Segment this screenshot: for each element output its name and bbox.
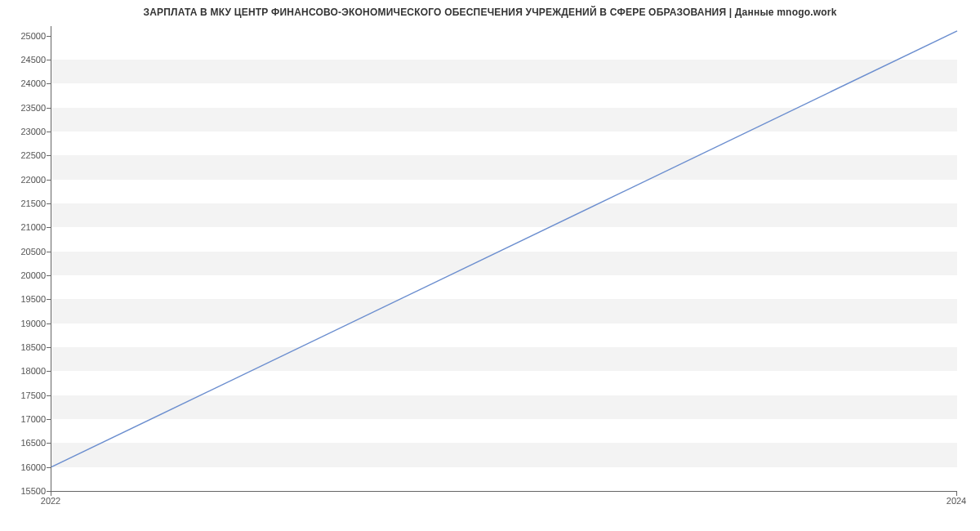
y-tick-label: 20000 — [5, 270, 46, 280]
y-tick-mark — [47, 180, 51, 181]
y-tick-label: 24000 — [5, 78, 46, 88]
y-tick-label: 19500 — [5, 294, 46, 304]
y-tick-mark — [47, 155, 51, 156]
x-tick-mark — [956, 492, 957, 496]
line-series — [51, 26, 957, 491]
x-tick-label: 2024 — [947, 496, 966, 506]
y-tick-label: 19000 — [5, 319, 46, 328]
y-tick-mark — [47, 108, 51, 109]
y-tick-mark — [47, 371, 51, 372]
y-tick-label: 18000 — [5, 366, 46, 376]
series-line — [51, 31, 957, 467]
y-tick-mark — [47, 324, 51, 324]
chart-container: ЗАРПЛАТА В МКУ ЦЕНТР ФИНАНСОВО-ЭКОНОМИЧЕ… — [0, 0, 980, 531]
x-tick-mark — [51, 492, 51, 496]
y-tick-label: 23000 — [5, 127, 46, 136]
y-tick-label: 20500 — [5, 247, 46, 257]
y-tick-mark — [47, 36, 51, 37]
y-tick-mark — [47, 299, 51, 300]
y-tick-label: 23500 — [5, 103, 46, 113]
y-tick-label: 21000 — [5, 222, 46, 232]
y-tick-mark — [47, 252, 51, 252]
y-tick-label: 17500 — [5, 390, 46, 400]
y-tick-mark — [47, 132, 51, 132]
y-tick-label: 22000 — [5, 175, 46, 185]
y-tick-mark — [47, 419, 51, 420]
y-tick-label: 24500 — [5, 55, 46, 65]
y-tick-mark — [47, 467, 51, 468]
y-tick-mark — [47, 347, 51, 348]
y-tick-label: 22500 — [5, 150, 46, 160]
y-tick-label: 15500 — [5, 486, 46, 496]
y-tick-mark — [47, 227, 51, 228]
y-tick-label: 25000 — [5, 31, 46, 41]
y-tick-label: 18500 — [5, 342, 46, 352]
y-tick-label: 16000 — [5, 462, 46, 472]
plot-area — [51, 26, 957, 492]
y-tick-mark — [47, 203, 51, 204]
y-tick-mark — [47, 443, 51, 444]
y-tick-mark — [47, 83, 51, 84]
y-tick-label: 16500 — [5, 438, 46, 448]
y-tick-mark — [47, 60, 51, 60]
x-tick-label: 2022 — [41, 496, 60, 506]
y-tick-mark — [47, 275, 51, 276]
y-tick-label: 21500 — [5, 199, 46, 208]
y-tick-label: 17000 — [5, 414, 46, 424]
y-tick-mark — [47, 395, 51, 396]
chart-title: ЗАРПЛАТА В МКУ ЦЕНТР ФИНАНСОВО-ЭКОНОМИЧЕ… — [0, 7, 980, 18]
